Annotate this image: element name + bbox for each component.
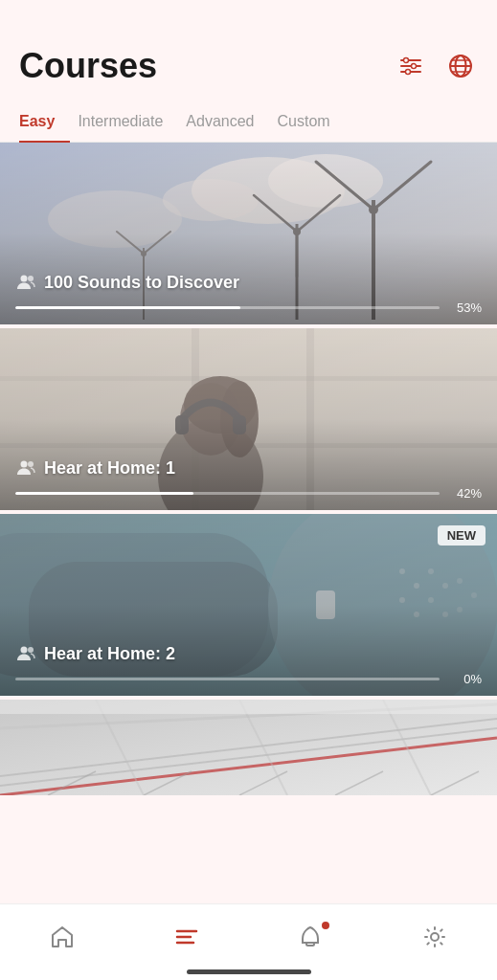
svg-point-64 [28,647,34,653]
tab-easy[interactable]: Easy [19,101,70,142]
header-actions [394,49,478,83]
svg-rect-78 [0,700,497,714]
course-title-1: 100 Sounds to Discover [44,273,239,293]
svg-point-63 [21,647,28,654]
tab-custom[interactable]: Custom [277,101,345,142]
course-title-3: Hear at Home: 2 [44,644,175,664]
course-card-4[interactable] [0,700,497,795]
progress-bar-1 [15,306,440,309]
svg-point-45 [21,461,28,468]
home-indicator [187,969,311,974]
svg-point-5 [406,70,411,75]
progress-bar-3 [15,678,440,680]
filter-icon[interactable] [394,49,428,83]
svg-rect-82 [306,943,314,946]
svg-point-3 [404,58,409,63]
progress-label-1: 53% [447,301,482,315]
bottom-nav [0,903,497,980]
header: Courses [0,0,497,101]
nav-settings[interactable] [406,916,463,958]
svg-point-32 [28,276,34,281]
svg-point-83 [431,933,439,941]
progress-label-3: 0% [447,672,482,686]
nav-courses[interactable] [158,916,215,958]
tab-intermediate[interactable]: Intermediate [78,101,178,142]
course-card-2[interactable]: Hear at Home: 1 42% [0,328,497,510]
progress-fill-2 [15,492,193,495]
svg-point-4 [412,64,417,69]
progress-bar-2 [15,492,440,495]
svg-point-31 [21,276,28,282]
notification-dot [322,922,329,929]
card-content-2: Hear at Home: 1 42% [0,446,497,510]
svg-point-46 [28,461,34,467]
tab-advanced[interactable]: Advanced [186,101,269,142]
courses-list: 100 Sounds to Discover 53% [0,143,497,881]
course-card-3[interactable]: NEW Hear at Home: 2 0% [0,514,497,696]
nav-notifications[interactable] [282,916,339,958]
course-card-1[interactable]: 100 Sounds to Discover 53% [0,143,497,324]
tabs-container: Easy Intermediate Advanced Custom [0,101,497,143]
card-content-1: 100 Sounds to Discover 53% [0,260,497,324]
nav-home[interactable] [34,916,91,958]
card-content-3: Hear at Home: 2 0% [0,632,497,696]
page-title: Courses [19,46,157,86]
course-title-2: Hear at Home: 1 [44,458,175,479]
globe-icon[interactable] [443,49,478,83]
new-badge-3: NEW [438,525,486,546]
progress-fill-1 [15,306,240,309]
progress-label-2: 42% [447,486,482,501]
